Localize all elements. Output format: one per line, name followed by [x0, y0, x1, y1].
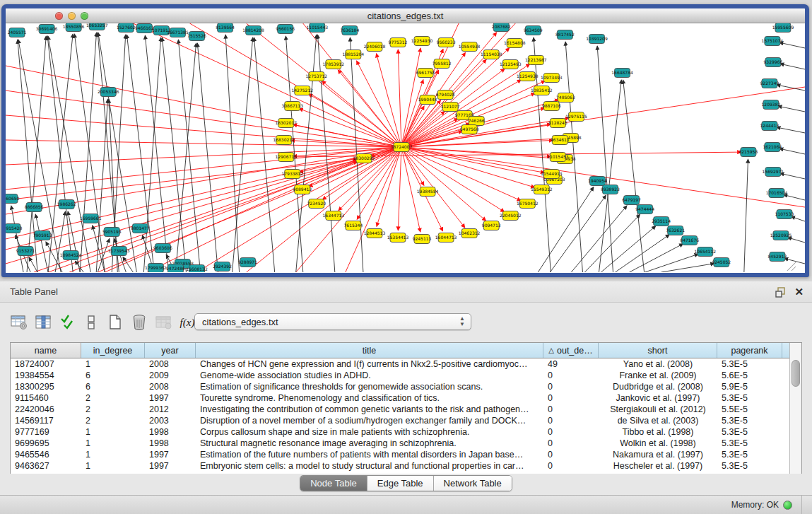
table-cell[interactable]: 0 — [543, 404, 599, 415]
network-window-titlebar[interactable]: citations_edges.txt — [6, 8, 805, 23]
table-cell[interactable]: Nakamura et al. (1997) — [599, 449, 717, 460]
graph-node[interactable]: 1107533 — [775, 210, 794, 219]
graph-node[interactable]: 15608132 — [186, 265, 208, 273]
table-cell[interactable]: 18724007 — [11, 358, 81, 370]
tab-edge-table[interactable]: Edge Table — [367, 476, 434, 491]
graph-node[interactable]: 8215958 — [739, 148, 758, 157]
graph-node[interactable]: 2160650 — [6, 194, 20, 204]
table-cell[interactable]: 0 — [543, 370, 599, 381]
show-columns-icon[interactable] — [31, 312, 55, 333]
table-cell[interactable]: 5.6E-5 — [717, 370, 782, 381]
table-cell[interactable]: Investigating the contribution of common… — [196, 404, 543, 415]
graph-node[interactable]: 9329966 — [764, 58, 783, 67]
graph-node[interactable]: 10462312 — [459, 229, 481, 238]
table-cell[interactable]: 5.3E-5 — [717, 358, 782, 370]
column-header-in-degree[interactable]: in_degree — [81, 343, 145, 358]
graph-node[interactable]: 17016504 — [766, 189, 788, 198]
graph-node[interactable]: 18302017 — [275, 119, 297, 128]
table-cell[interactable]: 1998 — [145, 438, 196, 449]
graph-node[interactable]: 9560156 — [276, 25, 295, 34]
column-header-pagerank[interactable]: pagerank — [717, 343, 782, 358]
table-row[interactable]: 969969511998Structural magnetic resonanc… — [11, 438, 801, 449]
table-cell[interactable]: 1 — [81, 438, 145, 449]
graph-node[interactable]: 16154808 — [504, 39, 526, 48]
graph-node[interactable]: 9603606 — [153, 244, 172, 253]
graph-node[interactable]: 7234520 — [307, 199, 326, 209]
graph-node[interactable]: 15955609 — [772, 23, 794, 33]
graph-node[interactable]: 15549312 — [531, 185, 553, 194]
table-cell[interactable]: 2009 — [145, 370, 196, 381]
citation-network-graph[interactable]: 2405571306914061855085610653257152760294… — [6, 23, 805, 272]
table-cell[interactable]: Hescheler et al. (1997) — [599, 460, 717, 472]
table-cell[interactable]: Embryonic stem cells: a model to study s… — [196, 460, 543, 472]
graph-node[interactable]: 9094713 — [482, 221, 501, 230]
graph-node[interactable]: 1209382 — [762, 100, 781, 110]
clear-selection-icon[interactable] — [79, 312, 103, 333]
graph-node[interactable]: 5905193 — [102, 228, 122, 237]
graph-node[interactable]: 9245052 — [712, 258, 731, 267]
graph-node[interactable]: 19384554 — [417, 187, 439, 197]
graph-node[interactable]: 17853912 — [323, 60, 345, 69]
graph-node[interactable]: 11739543 — [108, 247, 130, 256]
graph-node[interactable]: 7515526 — [187, 32, 206, 41]
graph-node[interactable]: 15354413 — [387, 233, 409, 243]
table-cell[interactable]: 5.3E-5 — [717, 460, 782, 472]
table-cell[interactable]: 0 — [543, 381, 599, 392]
table-cell[interactable]: 2 — [81, 415, 145, 426]
table-cell[interactable]: 0 — [543, 415, 599, 426]
graph-node[interactable]: 9245113 — [413, 235, 432, 244]
graph-node[interactable]: 1244413 — [760, 122, 779, 131]
graph-node[interactable]: 11544913 — [541, 170, 563, 179]
table-cell[interactable]: 9115460 — [11, 392, 81, 404]
table-cell[interactable]: Estimation of significance thresholds fo… — [196, 381, 543, 392]
graph-node[interactable]: 12254930 — [411, 37, 433, 46]
graph-node[interactable]: 2405571 — [8, 28, 27, 37]
graph-node[interactable]: 11015453 — [547, 153, 569, 162]
table-cell[interactable]: 0 — [543, 449, 599, 460]
table-cell[interactable]: 9699695 — [11, 438, 81, 449]
column-header-year[interactable]: year — [145, 343, 196, 358]
table-cell[interactable]: 0 — [543, 438, 599, 449]
table-cell[interactable]: 1 — [81, 460, 145, 472]
table-cell[interactable]: 2008 — [145, 381, 196, 392]
table-row[interactable]: 911546021997Tourette syndrome. Phenomeno… — [11, 392, 801, 404]
graph-node[interactable]: 1986262 — [57, 200, 76, 209]
graph-node[interactable]: 8128245 — [548, 119, 567, 128]
graph-node[interactable]: 2087682 — [492, 23, 511, 32]
table-cell[interactable]: Yano et al. (2008) — [599, 358, 717, 370]
table-cell[interactable]: 22420046 — [11, 404, 81, 415]
graph-node[interactable]: 17933812 — [281, 170, 303, 179]
table-cell[interactable]: 5.3E-5 — [717, 392, 782, 404]
graph-node[interactable]: 10654112 — [694, 247, 716, 257]
table-cell[interactable]: 2012 — [145, 404, 196, 415]
graph-node[interactable]: 8817452 — [555, 30, 575, 40]
table-cell[interactable]: 1 — [81, 449, 145, 460]
column-header-name[interactable]: name — [11, 343, 81, 358]
graph-node[interactable]: 9089413 — [293, 185, 312, 194]
table-cell[interactable]: Changes of HCN gene expression and I(f) … — [196, 358, 543, 370]
graph-node[interactable]: 9634611 — [551, 136, 570, 145]
graph-node[interactable]: 9560233 — [437, 38, 456, 47]
graph-node[interactable]: 22045012 — [500, 211, 522, 221]
graph-node[interactable]: 16044713 — [435, 233, 457, 243]
graph-node[interactable]: 8866856 — [25, 203, 44, 212]
graph-node[interactable]: 9288971 — [238, 258, 257, 267]
graph-node[interactable]: 15751074 — [762, 37, 784, 46]
delete-table-icon[interactable] — [151, 312, 175, 333]
graph-node[interactable]: 15692971 — [763, 168, 784, 177]
graph-node[interactable]: 16830217 — [273, 136, 295, 145]
graph-node[interactable]: 22406018 — [364, 42, 386, 52]
table-cell[interactable]: 5.5E-5 — [717, 404, 782, 415]
column-header-title[interactable]: title — [196, 343, 543, 358]
graph-node[interactable]: 10835412 — [531, 86, 553, 95]
table-cell[interactable]: 1997 — [145, 449, 196, 460]
table-row[interactable]: 1456911722003Disruption of a novel membe… — [11, 415, 801, 426]
graph-node[interactable]: 1621064 — [763, 143, 782, 152]
graph-node[interactable]: 6497568 — [460, 125, 479, 134]
table-cell[interactable]: Corpus callosum shape and size in male p… — [196, 426, 543, 438]
graph-node[interactable]: 10973493 — [541, 74, 563, 83]
table-cell[interactable]: 18300295 — [11, 381, 81, 392]
graph-node[interactable]: 12213987 — [525, 56, 547, 65]
graph-node[interactable]: 7955812 — [433, 59, 452, 69]
graph-node[interactable]: 30691406 — [36, 25, 58, 34]
